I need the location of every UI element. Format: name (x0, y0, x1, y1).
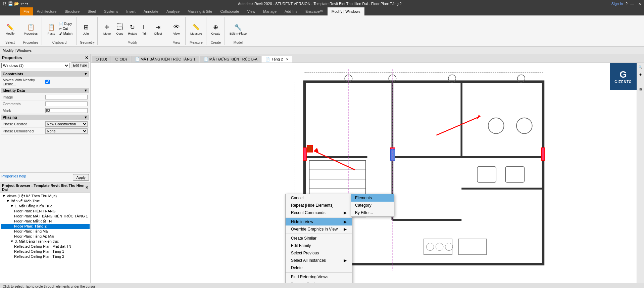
edit-in-place-icon: 🔧 (233, 23, 243, 32)
tab-collaborate[interactable]: Collaborate (216, 7, 243, 15)
tree-floor-tang-ap-mai[interactable]: Floor Plan: Tầng Áp Mái (1, 234, 90, 239)
fit-view-button[interactable]: ⊡ (638, 86, 644, 92)
window-controls[interactable]: — □ ✕ (630, 2, 641, 6)
offset-button[interactable]: ⇥ Offset (152, 22, 164, 36)
red-arrow-2 (436, 115, 480, 135)
phasing-section[interactable]: Phasing ▼ (1, 115, 89, 120)
view-tab-tang2[interactable]: 📄 Tầng 2 ✕ (262, 56, 292, 63)
menu-select-all-instances[interactable]: Select All Instances ▶ (286, 257, 352, 264)
svg-rect-9 (542, 148, 545, 160)
mark-input[interactable] (45, 108, 88, 113)
tab-analyze[interactable]: Analyze (162, 7, 184, 15)
menu-find-referring[interactable]: Find Referring Views (286, 273, 352, 281)
phase-demolished-select[interactable]: None (45, 128, 88, 134)
submenu-elements[interactable]: Elements (351, 194, 394, 202)
properties-icon: 📋 (26, 23, 36, 32)
title-bar-center: Autodesk Revit 2020 - STUDENT VERSION - … (28, 2, 611, 6)
sign-in-link[interactable]: Sign In (611, 2, 623, 6)
menu-delete[interactable]: Delete (286, 264, 352, 272)
paste-button[interactable]: 📋 Paste (45, 22, 57, 36)
edit-in-place-button[interactable]: 🔧 Edit In-Place (228, 22, 248, 36)
submenu-category[interactable]: Category (351, 202, 394, 209)
view-tab-tang1[interactable]: 📄 MẶT BẰNG KIẾN TRÚC TẦNG 1 (131, 56, 199, 63)
moves-with-checkbox[interactable] (45, 80, 50, 84)
menu-create-similar[interactable]: Create Similar (286, 235, 352, 242)
copy-button[interactable]: 📄 Copy (58, 22, 73, 26)
view-scale-button[interactable]: 🔍 (638, 64, 644, 70)
properties-close-button[interactable]: ✕ (85, 55, 88, 60)
tab-manage[interactable]: Manage (259, 7, 281, 15)
tree-mat-bang-tran[interactable]: ▼ 3. Mặt bằng Trần kiến trúc (1, 239, 90, 244)
zoom-out-button[interactable]: − (638, 79, 644, 85)
rotate-button[interactable]: ↻ Rotate (127, 22, 139, 36)
submenu-by-filter[interactable]: By Filter... (351, 209, 394, 216)
tree-floor-hien-trang[interactable]: Floor Plan: HIỆN TRANG (1, 209, 90, 214)
measure-group-label: Measure (189, 41, 203, 44)
tab-enscape[interactable]: Enscape™ (301, 7, 328, 15)
modify-button[interactable]: ✏️ Modify (4, 22, 16, 36)
join-button[interactable]: ⊞ Join (80, 22, 92, 36)
tab-systems[interactable]: Systems (100, 7, 122, 15)
trim-button[interactable]: ⊢ Trim (139, 22, 151, 36)
constraints-section[interactable]: Constraints ▼ (1, 71, 89, 77)
menu-cancel[interactable]: Cancel (286, 194, 352, 202)
tab-modify-windows[interactable]: Modify | Windows (328, 7, 364, 15)
menu-select-previous[interactable]: Select Previous (286, 249, 352, 257)
tree-mat-bang-1[interactable]: ▼ 1. Mặt Bằng Kiến Trúc (1, 204, 90, 209)
help-button[interactable]: ? (626, 2, 628, 6)
tree-floor-tang2[interactable]: Floor Plan: Tầng 2 (1, 224, 90, 229)
comments-input[interactable] (45, 101, 88, 106)
select-group-label: Select (4, 41, 16, 44)
menu-zoom-in-region[interactable]: Zoom In Region (286, 281, 352, 283)
view-content[interactable]: Cancel Repeat [Hide Elements] Recent Com… (91, 63, 644, 283)
project-browser-close[interactable]: ✕ (85, 186, 88, 190)
view-ribbon-button[interactable]: 👁 View (170, 22, 183, 36)
identity-data-section[interactable]: Identity Data ▼ (1, 88, 89, 93)
tab-view[interactable]: View (243, 7, 259, 15)
measure-button[interactable]: 📏 Measure (189, 22, 203, 36)
move-button[interactable]: ✛ Move (101, 22, 113, 36)
view-tab-b-a[interactable]: 📄 MẶT ĐỨNG KIẾN TRÚC B-A (200, 56, 261, 63)
properties-help-link[interactable]: Properties help (1, 174, 26, 181)
tree-reflected-tang2[interactable]: Reflected Ceiling Plan: Tầng 2 (1, 254, 90, 259)
tab-massing[interactable]: Massing & Site (184, 7, 216, 15)
svg-marker-38 (477, 115, 480, 119)
tree-floor-tang-mai[interactable]: Floor Plan: Tầng Mái (1, 229, 90, 234)
copy-mod-button[interactable]: ⿱ Copy (114, 22, 126, 36)
title-bar-left: R 💾 📂 ↩ ↪ (3, 1, 28, 6)
tab-add-ins[interactable]: Add-Ins (281, 7, 301, 15)
view-tab-3d-1[interactable]: ⬡ (3D) (92, 56, 111, 63)
cut-button[interactable]: ✂ Cut (58, 27, 73, 31)
properties-ribbon-button[interactable]: 📋 Properties (22, 22, 39, 36)
menu-repeat-hide[interactable]: Repeat [Hide Elements] (286, 202, 352, 209)
tree-ban-ve-kien-truc[interactable]: ▼ Bản vẽ Kiến Trúc (1, 199, 90, 204)
phase-created-select[interactable]: New Construction (45, 121, 88, 127)
match-type-button[interactable]: 🖌 Match (58, 32, 73, 36)
view-tab-tang2-close[interactable]: ✕ (286, 57, 289, 61)
image-input[interactable] (45, 95, 88, 99)
type-selector[interactable]: Windows (1) (1, 63, 69, 68)
create-button[interactable]: ⊕ Create (210, 22, 222, 36)
view-group-label: View (170, 41, 183, 44)
tree-reflected-mat-dat[interactable]: Reflected Ceiling Plan: Mặt đất TN (1, 244, 90, 249)
tree-views-root[interactable]: ▼ Views (Liệt Kê Theo Thu Mục) (1, 194, 90, 199)
menu-hide-in-view[interactable]: Hide in View ▶ (286, 218, 352, 225)
tab-file[interactable]: File (20, 7, 33, 15)
view-tab-3d-2[interactable]: ⬡ (3D) (111, 56, 130, 63)
tab-annotate[interactable]: Annotate (140, 7, 162, 15)
menu-edit-family[interactable]: Edit Family (286, 242, 352, 249)
menu-recent-commands[interactable]: Recent Commands ▶ (286, 209, 352, 216)
tab-architecture[interactable]: Architecture (33, 7, 61, 15)
edit-type-button[interactable]: Edit Type (71, 63, 89, 68)
view-icon: 👁 (172, 23, 181, 32)
tree-floor-mat-dat[interactable]: Floor Plan: Mặt đất TN (1, 219, 90, 224)
tab-structure[interactable]: Structure (60, 7, 84, 15)
apply-button[interactable]: Apply (73, 174, 89, 181)
properties-body: Constraints ▼ Moves With Nearby Eleme...… (0, 69, 90, 172)
tab-steel[interactable]: Steel (84, 7, 100, 15)
menu-override-graphics[interactable]: Override Graphics in View ▶ (286, 225, 352, 233)
zoom-in-button[interactable]: + (638, 72, 644, 78)
tab-insert[interactable]: Insert (122, 7, 140, 15)
tree-reflected-tang1[interactable]: Reflected Ceiling Plan: Tầng 1 (1, 249, 90, 254)
tree-floor-tang1[interactable]: Floor Plan: MẶT BẰNG KIẾN TRÚC TẦNG 1 (1, 214, 90, 219)
